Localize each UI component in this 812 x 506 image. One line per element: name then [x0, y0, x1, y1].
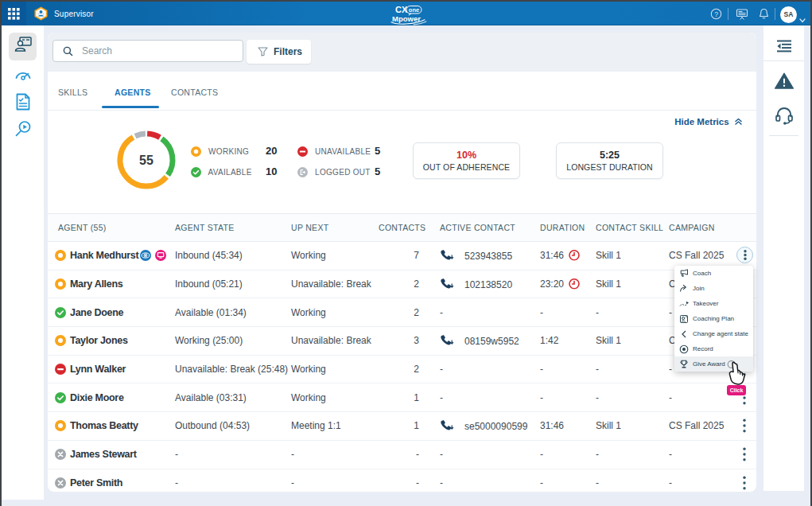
- svg-text:one: one: [409, 6, 419, 14]
- svg-text:55: 55: [139, 154, 153, 167]
- svg-text:Mpower: Mpower: [392, 14, 421, 23]
- svg-text:?: ?: [714, 10, 718, 18]
